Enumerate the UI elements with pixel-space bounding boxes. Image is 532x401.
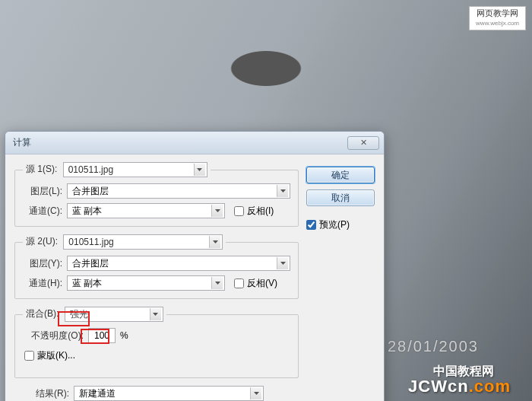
mask-checkbox[interactable]: 蒙版(K)... — [24, 349, 290, 362]
source2-channel-combo[interactable]: 蓝 副本 — [67, 275, 225, 291]
opacity-value: 100 — [94, 330, 109, 341]
source2-channel-label: 通道(H): — [23, 277, 62, 290]
svg-marker-6 — [153, 313, 158, 316]
mask-label: 蒙版(K)... — [37, 349, 75, 362]
source1-channel-label: 通道(C): — [23, 205, 62, 218]
chevron-down-icon — [277, 257, 288, 269]
opacity-suffix: % — [120, 330, 128, 341]
dialog-title: 计算 — [13, 136, 347, 149]
watermark-top: 网页教学网 www.webjx.com — [469, 6, 526, 30]
preview-input[interactable] — [306, 220, 316, 230]
chevron-down-icon — [150, 308, 161, 320]
source2-layer-value: 合并图层 — [72, 257, 109, 270]
source2-invert-label: 反相(V) — [247, 277, 277, 290]
result-combo[interactable]: 新建通道 — [74, 386, 264, 401]
source1-layer-combo[interactable]: 合并图层 — [67, 183, 290, 199]
svg-marker-0 — [197, 168, 202, 171]
source1-channel-combo[interactable]: 蓝 副本 — [67, 203, 225, 218]
blend-mode-value: 强光 — [70, 308, 88, 321]
chevron-down-icon — [209, 236, 220, 248]
photo-date-stamp: 28/01/2003 — [388, 338, 479, 355]
watermark-top-label: 网页教学网 — [477, 8, 518, 18]
source2-group: 源 2(U): 010511.jpg 图层(Y): 合并图层 — [14, 234, 299, 299]
source1-channel-value: 蓝 副本 — [72, 205, 102, 218]
source1-layer-value: 合并图层 — [72, 185, 109, 198]
chevron-down-icon — [211, 205, 223, 217]
ok-button[interactable]: 确定 — [306, 167, 375, 183]
watermark-top-url: www.webjx.com — [476, 18, 519, 28]
svg-marker-1 — [280, 189, 286, 193]
svg-marker-5 — [215, 282, 220, 285]
svg-marker-4 — [280, 262, 286, 265]
source2-legend: 源 2(U): — [26, 236, 58, 247]
source2-file-combo[interactable]: 010511.jpg — [63, 234, 223, 250]
source1-layer-label: 图层(L): — [23, 185, 62, 198]
cancel-button[interactable]: 取消 — [306, 189, 375, 206]
chevron-down-icon — [250, 387, 261, 399]
opacity-label: 不透明度(O): — [24, 329, 84, 342]
chevron-down-icon — [194, 164, 205, 176]
mask-input[interactable] — [24, 351, 34, 361]
blend-label: 混合(B): — [26, 308, 59, 319]
svg-marker-3 — [213, 240, 218, 243]
watermark-site: JCWcn.com — [408, 377, 511, 396]
source1-invert-checkbox[interactable]: 反相(I) — [234, 205, 274, 218]
opacity-input[interactable]: 100 — [88, 328, 116, 343]
source1-legend: 源 1(S): — [26, 164, 57, 174]
source1-group: 源 1(S): 010511.jpg 图层(L): 合并图层 — [14, 162, 299, 227]
blend-group: 混合(B): 强光 不透明度(O): 100 % — [14, 307, 299, 378]
source2-layer-combo[interactable]: 合并图层 — [67, 256, 290, 271]
result-label: 结果(R): — [36, 387, 69, 400]
source1-invert-label: 反相(I) — [247, 205, 274, 218]
svg-marker-2 — [215, 209, 220, 212]
source2-file-value: 010511.jpg — [68, 237, 113, 247]
source2-invert-input[interactable] — [234, 278, 244, 288]
source2-channel-value: 蓝 副本 — [72, 277, 102, 290]
calculations-dialog: 计算 ✕ 源 1(S): 010511.jpg 图层(L): — [5, 131, 385, 401]
result-value: 新建通道 — [79, 387, 116, 400]
svg-marker-7 — [254, 392, 259, 395]
close-icon: ✕ — [360, 138, 367, 148]
source2-layer-label: 图层(Y): — [23, 257, 62, 270]
preview-label: 预览(P) — [319, 218, 350, 231]
source2-invert-checkbox[interactable]: 反相(V) — [234, 277, 277, 290]
blend-mode-combo[interactable]: 强光 — [65, 307, 163, 322]
chevron-down-icon — [211, 277, 223, 289]
preview-checkbox[interactable]: 预览(P) — [306, 218, 375, 231]
dialog-titlebar[interactable]: 计算 ✕ — [5, 132, 384, 154]
close-button[interactable]: ✕ — [347, 136, 379, 150]
source1-invert-input[interactable] — [234, 206, 244, 216]
source1-file-value: 010511.jpg — [68, 164, 113, 175]
chevron-down-icon — [277, 185, 288, 197]
source1-file-combo[interactable]: 010511.jpg — [63, 162, 207, 177]
